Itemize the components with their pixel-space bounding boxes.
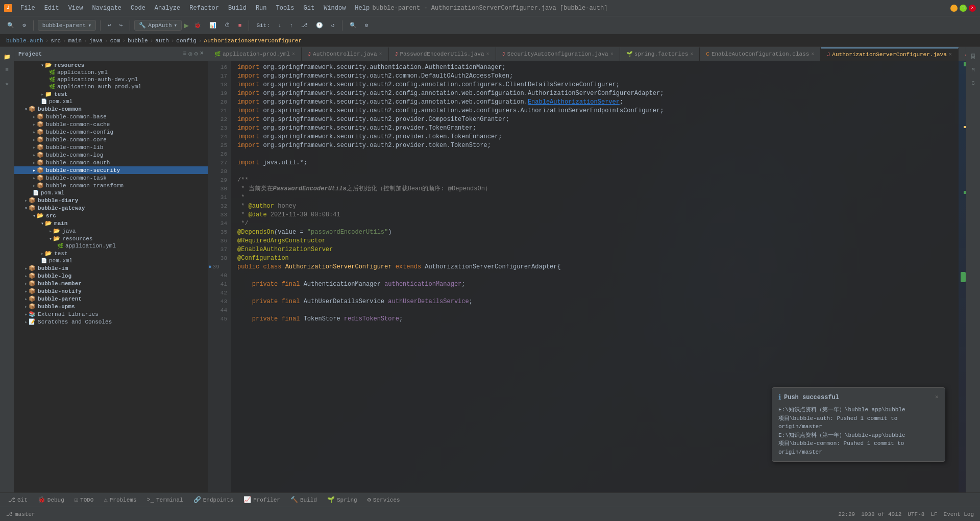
menu-tools[interactable]: Tools xyxy=(272,3,299,14)
tree-item-common-task[interactable]: ▸ 📦 bubble-common-task xyxy=(14,174,208,182)
tab-security-auto[interactable]: J SecurityAutoConfiguration.java × xyxy=(496,47,620,61)
tree-item-bubble-upms[interactable]: ▸ 📦 bubble-upms xyxy=(14,303,208,310)
debug-bottom-btn[interactable]: 🐞 Debug xyxy=(34,495,68,505)
collapse-all[interactable]: ≡ xyxy=(183,50,186,58)
tab-close-app-prod[interactable]: × xyxy=(292,52,295,57)
tree-item-pom-gw[interactable]: 📄 pom.xml xyxy=(14,257,208,264)
tree-item-bubble-gateway[interactable]: ▾ 📦 bubble-gateway xyxy=(14,204,208,212)
git-history[interactable]: 🕐 xyxy=(313,20,326,30)
tree-item-scratches[interactable]: ▸ 📝 Scratches and Consoles xyxy=(14,318,208,326)
tree-item-common-log[interactable]: ▸ 📦 bubble-common-log xyxy=(14,151,208,159)
close-button[interactable]: × xyxy=(969,5,976,12)
git-rollback[interactable]: ↺ xyxy=(328,20,338,30)
git-branch[interactable]: ⎇ xyxy=(298,20,311,30)
tab-password-encoder[interactable]: J PasswordEncoderUtils.java × xyxy=(389,47,496,61)
minimize-button[interactable]: – xyxy=(950,5,958,12)
tab-auth-controller[interactable]: J AuthController.java × xyxy=(302,47,388,61)
bc-bubble[interactable]: bubble xyxy=(128,38,148,44)
git-status[interactable]: ⎇ master xyxy=(6,511,35,517)
toolbar-redo[interactable]: ↪ xyxy=(116,20,126,30)
maximize-button[interactable]: □ xyxy=(960,5,967,12)
spring-btn[interactable]: 🌱 Spring xyxy=(323,495,361,505)
tree-item-common-transform[interactable]: ▸ 📦 bubble-common-transform xyxy=(14,182,208,189)
tree-item-main-gw[interactable]: ▾ 📂 main xyxy=(14,219,208,227)
todo-btn[interactable]: ☑ TODO xyxy=(70,495,98,505)
tree-item-common-core[interactable]: ▸ 📦 bubble-common-core xyxy=(14,136,208,143)
menu-refactor[interactable]: Refactor xyxy=(185,3,223,14)
bc-config[interactable]: config xyxy=(176,38,197,44)
run-button[interactable]: ▶ xyxy=(184,20,189,31)
tree-item-java-gw[interactable]: ▸ 📂 java xyxy=(14,227,208,235)
tree-item-common-oauth[interactable]: ▸ 📦 bubble-common-oauth xyxy=(14,159,208,166)
run-config-dropdown[interactable]: 🔧 AppAuth ▾ xyxy=(134,20,182,31)
bc-src[interactable]: src xyxy=(51,38,61,44)
menu-git[interactable]: Git xyxy=(300,3,319,14)
tab-enable-auto[interactable]: C EnableAutoConfiguration.class × xyxy=(700,47,821,61)
tree-item-test[interactable]: ▸ 📁 test xyxy=(14,90,208,98)
toolbar-undo[interactable]: ↩ xyxy=(105,20,114,30)
cursor-position[interactable]: 22:29 xyxy=(838,511,855,517)
database-btn[interactable]: 🗄 xyxy=(968,51,979,62)
bc-bubble-auth[interactable]: bubble-auth xyxy=(6,38,43,44)
tree-item-common-security[interactable]: ▸ 📦 bubble-common-security xyxy=(14,166,208,174)
git-bottom-btn[interactable]: ⎇ Git xyxy=(4,495,32,505)
bc-auth[interactable]: auth xyxy=(155,38,168,44)
tree-item-common-config[interactable]: ▸ 📦 bubble-common-config xyxy=(14,128,208,136)
tab-close-auth[interactable]: × xyxy=(379,52,382,57)
menu-help[interactable]: Help xyxy=(351,3,374,14)
git-update[interactable]: ↓ xyxy=(275,21,285,30)
tree-item-bubble-parent[interactable]: ▸ 📦 bubble-parent xyxy=(14,295,208,303)
profile-button[interactable]: ⏱ xyxy=(222,20,233,30)
settings[interactable]: ⚙ xyxy=(362,20,372,30)
menu-window[interactable]: Window xyxy=(320,3,350,14)
notification-close[interactable]: × xyxy=(935,394,939,401)
tree-item-app-auth-dev[interactable]: 🌿 application-auth-dev.yml xyxy=(14,76,208,83)
maven-btn[interactable]: M xyxy=(968,64,979,76)
line-ending[interactable]: LF xyxy=(930,511,937,517)
problems-btn[interactable]: ⚠ Problems xyxy=(100,495,140,505)
toolbar-vcs[interactable]: ⚙ xyxy=(19,20,29,30)
tab-close-auth-server[interactable]: × xyxy=(949,52,952,58)
tree-item-pom-auth[interactable]: 📄 pom.xml xyxy=(14,98,208,105)
menu-file[interactable]: File xyxy=(16,3,39,14)
tree-item-pom-common[interactable]: 📄 pom.xml xyxy=(14,189,208,196)
git-push[interactable]: ↑ xyxy=(286,21,296,30)
menu-build[interactable]: Build xyxy=(224,3,251,14)
tree-item-common-base[interactable]: ▸ 📦 bubble-common-base xyxy=(14,113,208,120)
tree-item-src-gw[interactable]: ▾ 📂 src xyxy=(14,212,208,219)
menu-run[interactable]: Run xyxy=(252,3,271,14)
project-panel-btn[interactable]: 📁 xyxy=(2,51,13,62)
menu-view[interactable]: View xyxy=(64,3,87,14)
locate-file[interactable]: ◎ xyxy=(188,50,192,58)
build-btn[interactable]: 🔨 Build xyxy=(286,495,321,505)
event-log[interactable]: Event Log xyxy=(944,511,974,517)
tree-item-bubble-diary[interactable]: ▸ 📦 bubble-diary xyxy=(14,196,208,204)
sidebar-settings[interactable]: ⚙ xyxy=(194,50,198,58)
tree-item-app-gw[interactable]: 🌿 application.yml xyxy=(14,242,208,250)
tree-item-app-auth-prod[interactable]: 🌿 application-auth-prod.yml xyxy=(14,83,208,90)
endpoints-btn[interactable]: 🔗 Endpoints xyxy=(189,495,237,505)
tab-close-factories[interactable]: × xyxy=(690,52,693,57)
project-dropdown[interactable]: bubble-parent ▾ xyxy=(38,20,96,31)
tab-close-pwd[interactable]: × xyxy=(486,52,489,57)
profiler-btn[interactable]: 📈 Profiler xyxy=(239,495,284,505)
tree-item-bubble-member[interactable]: ▸ 📦 bubble-member xyxy=(14,280,208,287)
search-everywhere[interactable]: 🔍 xyxy=(347,20,360,30)
bc-file[interactable]: AuthorizationServerConfigurer xyxy=(204,38,302,44)
coverage-button[interactable]: 📊 xyxy=(206,20,219,30)
line-count[interactable]: 1038 of 4012 xyxy=(861,511,901,517)
bc-com[interactable]: com xyxy=(110,38,120,44)
tab-websecurity[interactable]: J WebSecurityConfigurer.java × xyxy=(959,47,966,61)
tree-item-resources-gw[interactable]: ▾ 📂 resources xyxy=(14,235,208,242)
services-btn[interactable]: ⚙ Services xyxy=(363,495,404,505)
tree-item-resources[interactable]: ▾ 📂 resources xyxy=(14,61,208,69)
tree-item-bubble-common[interactable]: ▾ 📦 bubble-common xyxy=(14,105,208,113)
tab-close-sec[interactable]: × xyxy=(610,52,614,57)
tree-item-common-cache[interactable]: ▸ 📦 bubble-common-cache xyxy=(14,120,208,128)
sidebar-close[interactable]: × xyxy=(200,50,204,58)
structure-btn[interactable]: ≡ xyxy=(2,64,13,76)
tab-application-prod[interactable]: 🌿 application-prod.yml × xyxy=(208,47,302,61)
tab-close-enable[interactable]: × xyxy=(811,52,814,57)
menu-navigate[interactable]: Navigate xyxy=(88,3,126,14)
tree-item-external-libs[interactable]: ▸ 📚 External Libraries xyxy=(14,310,208,318)
